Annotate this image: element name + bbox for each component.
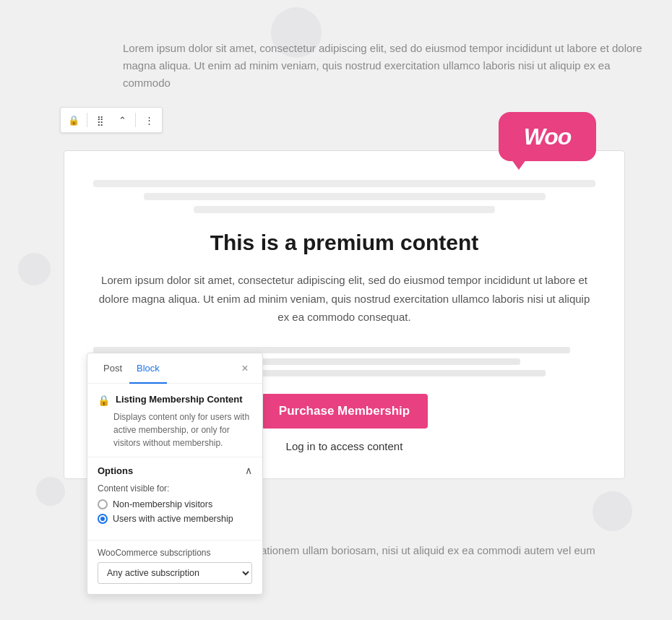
options-label: Options xyxy=(98,465,133,476)
tab-block[interactable]: Block xyxy=(129,353,167,384)
background-text-top: Lorem ipsum dolor sit amet, consectetur … xyxy=(123,40,658,92)
panel-block-section: 🔒 Listing Membership Content Displays co… xyxy=(87,384,262,457)
dropdown-section: WooCommerce subscriptions Any active sub… xyxy=(87,541,262,594)
block-toolbar: 🔒 ⣿ ⌃ ⋮ xyxy=(60,107,163,133)
blur-line-1 xyxy=(93,180,595,187)
blur-line-3 xyxy=(194,206,495,213)
radio-active-member-label: Users with active membership xyxy=(113,514,233,524)
bg-circle-4 xyxy=(36,477,65,506)
more-toolbar-icon[interactable]: ⋮ xyxy=(139,110,159,130)
subscription-select[interactable]: Any active subscription Specific subscri… xyxy=(98,562,252,584)
bg-circle-3 xyxy=(18,253,51,285)
card-body-text: Lorem ipsum dolor sit amet, consectetur … xyxy=(93,271,595,327)
lock-toolbar-icon[interactable]: 🔒 xyxy=(64,110,84,130)
radio-non-member[interactable]: Non-membership visitors xyxy=(98,499,252,509)
subscription-label: WooCommerce subscriptions xyxy=(98,548,252,558)
content-visible-label: Content visible for: xyxy=(98,483,252,494)
side-panel: Post Block × 🔒 Listing Membership Conten… xyxy=(87,353,263,595)
woo-text: Woo xyxy=(524,124,572,150)
options-section: Options ∧ Content visible for: Non-membe… xyxy=(87,457,262,541)
radio-active-member[interactable]: Users with active membership xyxy=(98,514,252,524)
woo-badge: Woo xyxy=(499,112,600,170)
purchase-membership-button[interactable]: Purchase Membership xyxy=(262,394,428,429)
toolbar-divider-2 xyxy=(135,113,136,127)
options-header[interactable]: Options ∧ xyxy=(98,465,252,476)
radio-group-visibility: Non-membership visitors Users with activ… xyxy=(98,499,252,524)
block-header: 🔒 Listing Membership Content xyxy=(98,394,252,406)
arrows-toolbar-icon[interactable]: ⌃ xyxy=(112,110,132,130)
woo-bubble: Woo xyxy=(499,112,596,161)
options-chevron-icon: ∧ xyxy=(245,465,252,476)
block-description: Displays content only for users with act… xyxy=(113,410,252,449)
drag-toolbar-icon[interactable]: ⣿ xyxy=(90,110,111,130)
blur-line-2 xyxy=(144,193,546,200)
tab-post[interactable]: Post xyxy=(96,353,129,384)
radio-circle-non-member xyxy=(98,499,108,509)
toolbar-divider-1 xyxy=(87,113,87,127)
radio-non-member-label: Non-membership visitors xyxy=(113,499,212,509)
card-title: This is a premium content xyxy=(93,231,595,255)
blur-lines-top xyxy=(93,180,595,213)
block-lock-icon: 🔒 xyxy=(98,395,110,406)
radio-circle-active-member xyxy=(98,514,108,524)
panel-close-button[interactable]: × xyxy=(236,360,254,377)
block-title: Listing Membership Content xyxy=(116,394,243,405)
bg-circle-2 xyxy=(593,491,632,531)
panel-tabs: Post Block × xyxy=(87,353,262,384)
